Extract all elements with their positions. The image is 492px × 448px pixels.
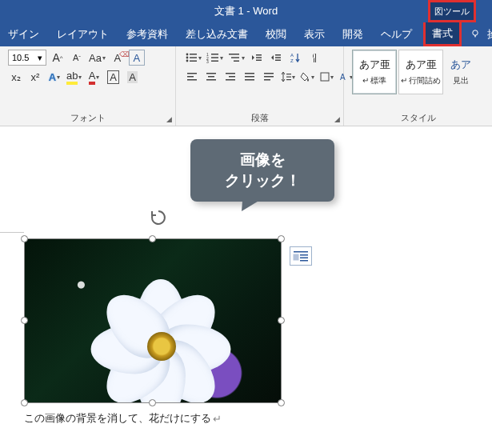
svg-rect-45 [294,251,308,253]
resize-handle[interactable] [149,235,156,242]
resize-handle[interactable] [21,235,28,242]
increase-indent-button[interactable] [268,50,284,66]
svg-rect-22 [275,60,281,62]
shading-button[interactable]: ▾ [299,69,315,85]
resize-handle[interactable] [278,317,285,324]
font-dialog-launcher[interactable]: ◢ [164,114,174,124]
justify-button[interactable] [242,69,258,85]
borders-button[interactable]: ▾ [318,69,334,85]
line-spacing-button[interactable]: ▾ [280,69,296,85]
callout-line1: 画像を [240,150,286,170]
svg-point-4 [186,57,189,59]
svg-rect-28 [206,73,216,74]
decrease-indent-button[interactable] [249,50,265,66]
window-title: 文書 1 - Word [214,4,278,18]
group-font: 10.5 ▾ A^ Aˇ Aa▾ A⌫ A x₂ x² A▾ ab▾ A▾ A … [0,46,176,126]
rotate-handle-icon[interactable] [149,208,168,227]
style-normal[interactable]: あア亜 ↵ 標準 [352,50,397,94]
svg-rect-39 [264,79,270,81]
tab-format[interactable]: 書式 [423,22,462,46]
tell-me[interactable]: 操発 [486,22,492,46]
highlight-button[interactable]: ab▾ [66,69,82,85]
document-area[interactable]: 画像を クリック！ [0,126,492,448]
svg-rect-11 [211,57,218,58]
paragraph-dialog-launcher[interactable]: ◢ [332,114,342,124]
svg-rect-29 [208,76,214,78]
resize-handle[interactable] [278,399,285,406]
tab-design[interactable]: ザイン [2,22,46,46]
svg-rect-21 [275,57,281,58]
grow-font-button[interactable]: A^ [50,50,66,66]
group-paragraph-label: 段落 [184,110,335,124]
resize-handle[interactable] [21,399,28,406]
svg-rect-49 [300,260,308,262]
svg-point-0 [473,30,478,34]
font-size-combo[interactable]: 10.5 ▾ [8,50,46,66]
svg-rect-5 [190,57,197,58]
resize-handle[interactable] [278,235,285,242]
svg-rect-3 [190,54,197,55]
body-text[interactable]: この画像の背景を消して、花だけにする↵ [24,411,222,426]
tab-help[interactable]: ヘルプ [374,22,418,46]
annotation-callout: 画像を クリック！ [190,139,334,202]
tab-review[interactable]: 校閲 [259,22,293,46]
svg-rect-30 [206,79,216,81]
shrink-font-button[interactable]: Aˇ [69,50,85,66]
change-case-button[interactable]: Aa▾ [88,50,106,66]
tab-mailings[interactable]: 差し込み文書 [179,22,254,46]
style-no-spacing[interactable]: あア亜 ↵ 行間詰め [398,50,443,94]
resize-handle[interactable] [21,317,28,324]
svg-rect-43 [321,73,329,81]
contextual-tab-label: 図ツール [434,6,470,18]
distribute-button[interactable] [261,69,277,85]
selected-image[interactable] [24,238,282,403]
tab-references[interactable]: 参考資料 [120,22,174,46]
subscript-button[interactable]: x₂ [8,69,24,85]
svg-rect-37 [264,73,274,74]
sort-button[interactable]: AZ [287,50,303,66]
svg-rect-34 [245,73,254,74]
svg-rect-25 [187,73,197,74]
svg-rect-48 [300,258,308,259]
char-shading-button[interactable]: A [124,69,140,85]
svg-rect-17 [256,54,262,56]
group-font-label: フォント [8,110,167,124]
svg-rect-19 [256,60,262,62]
svg-rect-18 [256,57,262,58]
align-center-button[interactable] [203,69,219,85]
svg-rect-32 [229,76,235,78]
group-styles: あア亜 ↵ 標準 あア亜 ↵ 行間詰め あア 見出 スタイル [344,46,492,126]
svg-rect-36 [245,79,254,81]
font-color-button[interactable]: A▾ [86,69,102,85]
svg-rect-15 [231,57,239,58]
char-border-button[interactable]: A [105,69,121,85]
svg-point-6 [186,60,189,62]
align-left-button[interactable] [184,69,200,85]
char-frame-button[interactable]: A [129,50,145,66]
clear-format-button[interactable]: A⌫ [110,50,126,66]
align-right-button[interactable] [222,69,238,85]
text-effects-button[interactable]: A▾ [46,69,62,85]
resize-handle[interactable] [149,399,156,406]
bullets-button[interactable]: ▾ [184,50,202,66]
tab-layout[interactable]: レイアウト [50,22,115,46]
tab-developer[interactable]: 開発 [336,22,370,46]
svg-rect-9 [211,54,218,55]
superscript-button[interactable]: x² [27,69,43,85]
svg-rect-33 [226,79,235,81]
contextual-tab-picture-tools[interactable]: 図ツール [428,0,476,22]
svg-text:Z: Z [290,58,294,63]
layout-options-button[interactable] [290,246,312,266]
tell-me-icon[interactable] [470,28,481,42]
tab-view[interactable]: 表示 [298,22,331,46]
multilevel-button[interactable]: ▾ [227,50,246,66]
svg-rect-14 [229,54,239,55]
flower-image [25,239,281,402]
show-marks-button[interactable] [306,50,322,66]
numbering-button[interactable]: 123▾ [206,50,224,66]
svg-rect-31 [226,73,235,74]
svg-rect-16 [234,61,239,62]
svg-rect-20 [275,54,281,56]
style-heading[interactable]: あア 見出 [445,50,477,94]
caption-text: この画像の背景を消して、花だけにする [24,411,211,426]
